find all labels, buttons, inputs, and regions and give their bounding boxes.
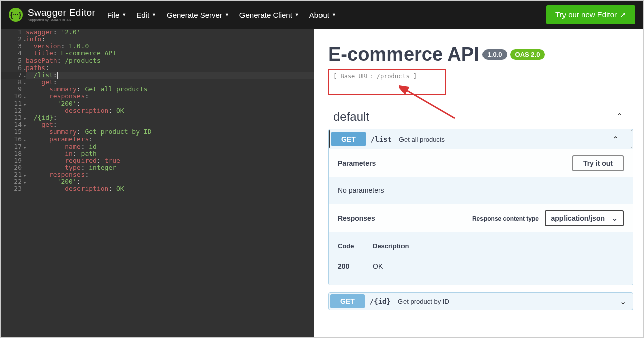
code-line[interactable]: 18 in: path xyxy=(1,150,314,157)
code-line[interactable]: 2▾info: xyxy=(1,36,314,43)
caret-down-icon: ▼ xyxy=(332,12,336,17)
operation-summary: Get product by ID xyxy=(398,298,449,305)
swagger-logo-icon: {···} xyxy=(9,8,23,22)
swagger-ui-preview[interactable]: E-commerce API 1.0.0 OAS 2.0 [ Base URL:… xyxy=(314,29,643,337)
responses-table: Code Description 200 OK xyxy=(329,232,633,285)
code-line[interactable]: 4 title: E-commerce API xyxy=(1,50,314,57)
content-type-label: Response content type xyxy=(472,215,539,222)
chevron-down-icon[interactable]: ⌄ xyxy=(620,297,626,306)
api-title: E-commerce API xyxy=(328,44,479,65)
code-line[interactable]: 12 description: OK xyxy=(1,107,314,114)
logo-title: Swagger Editor xyxy=(28,8,95,17)
menu-generate-client[interactable]: Generate Client▼ xyxy=(239,11,299,19)
menu-about[interactable]: About▼ xyxy=(309,11,336,19)
code-line[interactable]: 13▾ /{id}: xyxy=(1,114,314,121)
yaml-editor[interactable]: 1swagger: '2.0'2▾info:3 version: 1.0.04 … xyxy=(1,29,314,337)
operation-get-id: GET /{id} Get product by ID ⌄ xyxy=(328,292,633,310)
base-url-text: [ Base URL: /products ] xyxy=(333,73,441,80)
caret-down-icon: ▼ xyxy=(152,12,156,17)
parameters-heading: Parameters xyxy=(338,159,376,167)
code-line[interactable]: 21▾ responses: xyxy=(1,171,314,178)
version-badge: 1.0.0 xyxy=(482,49,507,60)
try-it-out-button[interactable]: Try it out xyxy=(572,155,624,171)
code-line[interactable]: 1swagger: '2.0' xyxy=(1,29,314,36)
code-line[interactable]: 9 summary: Get all products xyxy=(1,86,314,93)
code-line[interactable]: 19 required: true xyxy=(1,157,314,164)
try-new-editor-button[interactable]: Try our new Editor↗ xyxy=(546,5,635,24)
chevron-up-icon: ⌃ xyxy=(616,111,623,122)
logo[interactable]: {···} Swagger Editor Supported by SMARTB… xyxy=(9,8,95,22)
code-line[interactable]: 11▾ '200': xyxy=(1,100,314,107)
oas-badge: OAS 2.0 xyxy=(510,49,545,60)
code-line[interactable]: 16▾ parameters: xyxy=(1,136,314,143)
operation-header[interactable]: GET /{id} Get product by ID ⌄ xyxy=(329,293,633,310)
external-link-icon: ↗ xyxy=(620,10,626,19)
code-line[interactable]: 8▾ get: xyxy=(1,79,314,86)
content-type-select[interactable]: application/json xyxy=(545,210,624,226)
code-line[interactable]: 6▾paths: xyxy=(1,64,314,72)
code-line[interactable]: 22▾ '200': xyxy=(1,178,314,185)
no-parameters-text: No parameters xyxy=(329,177,633,204)
responses-heading: Responses xyxy=(338,214,375,222)
tag-section-default[interactable]: default ⌃ xyxy=(333,110,639,124)
menu-file[interactable]: File▼ xyxy=(107,11,126,19)
code-line[interactable]: 15 summary: Get product by ID xyxy=(1,128,314,136)
topbar: {···} Swagger Editor Supported by SMARTB… xyxy=(1,1,643,29)
code-line[interactable]: 14▾ get: xyxy=(1,121,314,128)
operation-get-list: GET /list Get all products ⌃ Parameters … xyxy=(328,129,633,285)
col-code: Code xyxy=(338,237,373,255)
code-line[interactable]: 10▾ responses: xyxy=(1,93,314,100)
menu-generate-server[interactable]: Generate Server▼ xyxy=(167,11,229,19)
operation-summary: Get all products xyxy=(399,136,445,143)
chevron-up-icon[interactable]: ⌃ xyxy=(612,134,619,144)
code-line[interactable]: 5basePath: /products xyxy=(1,57,314,64)
method-badge: GET xyxy=(330,294,365,308)
code-line[interactable]: 17▾ - name: id xyxy=(1,143,314,150)
operation-path: /{id} xyxy=(370,297,391,305)
table-row: 200 OK xyxy=(338,255,624,273)
logo-subtitle: Supported by SMARTBEAR xyxy=(28,18,95,22)
operation-header[interactable]: GET /list Get all products xyxy=(329,130,632,148)
code-line[interactable]: 7▾ /list: xyxy=(1,72,314,79)
method-badge: GET xyxy=(331,132,366,146)
code-line[interactable]: 20 type: integer xyxy=(1,164,314,171)
main-menu: File▼ Edit▼ Generate Server▼ Generate Cl… xyxy=(107,11,336,19)
operation-path: /list xyxy=(371,135,392,143)
caret-down-icon: ▼ xyxy=(295,12,299,17)
code-line[interactable]: 23 description: OK xyxy=(1,185,314,192)
code-line[interactable]: 3 version: 1.0.0 xyxy=(1,43,314,50)
col-description: Description xyxy=(373,237,624,255)
caret-down-icon: ▼ xyxy=(122,12,126,17)
base-url-box: [ Base URL: /products ] xyxy=(328,69,446,95)
menu-edit[interactable]: Edit▼ xyxy=(136,11,156,19)
caret-down-icon: ▼ xyxy=(225,12,229,17)
